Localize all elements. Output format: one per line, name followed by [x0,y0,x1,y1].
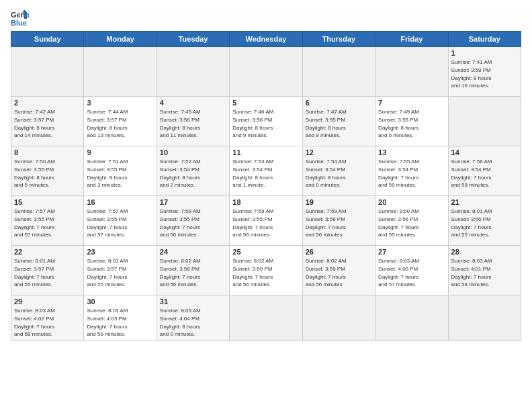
day-detail: Sunrise: 7:42 AMSunset: 3:57 PMDaylight:… [14,109,55,138]
day-number: 2 [14,99,81,107]
day-cell: 30Sunrise: 8:03 AMSunset: 4:03 PMDayligh… [84,295,157,341]
logo: General Blue [11,8,32,27]
col-header-sunday: Sunday [11,32,84,47]
day-number: 20 [378,198,445,206]
header-row: SundayMondayTuesdayWednesdayThursdayFrid… [11,32,521,47]
col-header-saturday: Saturday [448,32,521,47]
day-cell [448,97,521,146]
day-number: 26 [306,248,372,256]
calendar-table: SundayMondayTuesdayWednesdayThursdayFrid… [11,31,521,341]
day-detail: Sunrise: 7:41 AMSunset: 3:58 PMDaylight:… [451,59,492,89]
day-number: 30 [87,298,153,306]
col-header-wednesday: Wednesday [230,32,302,47]
day-number: 28 [451,248,518,256]
day-detail: Sunrise: 8:02 AMSunset: 3:58 PMDaylight:… [160,258,201,287]
day-detail: Sunrise: 8:02 AMSunset: 3:59 PMDaylight:… [232,258,273,287]
day-number: 31 [160,298,226,306]
day-cell: 23Sunrise: 8:01 AMSunset: 3:57 PMDayligh… [84,246,157,295]
day-cell: 18Sunrise: 7:59 AMSunset: 3:55 PMDayligh… [230,196,302,246]
day-detail: Sunrise: 8:02 AMSunset: 3:59 PMDaylight:… [306,258,347,287]
week-row-3: 15Sunrise: 7:57 AMSunset: 3:55 PMDayligh… [11,196,521,246]
day-cell [230,295,302,341]
day-cell: 24Sunrise: 8:02 AMSunset: 3:58 PMDayligh… [157,246,229,295]
day-cell: 1Sunrise: 7:41 AMSunset: 3:58 PMDaylight… [448,47,521,97]
week-row-1: 2Sunrise: 7:42 AMSunset: 3:57 PMDaylight… [11,97,521,146]
day-number: 7 [378,99,445,107]
week-row-0: 1Sunrise: 7:41 AMSunset: 3:58 PMDaylight… [11,47,521,97]
day-cell [302,47,375,97]
day-cell: 9Sunrise: 7:51 AMSunset: 3:55 PMDaylight… [84,146,157,196]
day-detail: Sunrise: 8:01 AMSunset: 3:56 PMDaylight:… [451,208,492,238]
day-cell [375,47,448,97]
day-detail: Sunrise: 8:00 AMSunset: 3:56 PMDaylight:… [378,208,419,238]
day-detail: Sunrise: 8:03 AMSunset: 4:04 PMDaylight:… [160,308,201,337]
day-cell: 15Sunrise: 7:57 AMSunset: 3:55 PMDayligh… [11,196,84,246]
day-cell: 10Sunrise: 7:52 AMSunset: 3:54 PMDayligh… [157,146,229,196]
day-number: 12 [306,148,372,156]
day-number: 14 [451,148,518,156]
day-detail: Sunrise: 7:55 AMSunset: 3:54 PMDaylight:… [378,158,419,188]
col-header-friday: Friday [375,32,448,47]
day-cell [157,47,229,97]
logo-icon: General Blue [11,8,30,27]
day-detail: Sunrise: 7:53 AMSunset: 3:54 PMDaylight:… [232,158,273,188]
day-cell: 14Sunrise: 7:56 AMSunset: 3:54 PMDayligh… [448,146,521,196]
day-cell: 4Sunrise: 7:45 AMSunset: 3:56 PMDaylight… [157,97,229,146]
day-detail: Sunrise: 7:46 AMSunset: 3:56 PMDaylight:… [232,109,273,138]
day-cell: 26Sunrise: 8:02 AMSunset: 3:59 PMDayligh… [302,246,375,295]
day-cell [11,47,84,97]
day-number: 24 [160,248,226,256]
day-cell: 16Sunrise: 7:57 AMSunset: 3:55 PMDayligh… [84,196,157,246]
day-cell: 6Sunrise: 7:47 AMSunset: 3:55 PMDaylight… [302,97,375,146]
day-number: 8 [14,148,81,156]
day-cell: 12Sunrise: 7:54 AMSunset: 3:54 PMDayligh… [302,146,375,196]
day-cell: 8Sunrise: 7:50 AMSunset: 3:55 PMDaylight… [11,146,84,196]
day-number: 4 [160,99,226,107]
day-number: 11 [232,148,299,156]
day-number: 23 [87,248,153,256]
day-detail: Sunrise: 7:58 AMSunset: 3:55 PMDaylight:… [160,208,201,238]
day-detail: Sunrise: 8:03 AMSunset: 4:00 PMDaylight:… [378,258,419,287]
day-cell: 17Sunrise: 7:58 AMSunset: 3:55 PMDayligh… [157,196,229,246]
day-detail: Sunrise: 7:57 AMSunset: 3:55 PMDaylight:… [87,208,128,238]
day-cell: 19Sunrise: 7:59 AMSunset: 3:56 PMDayligh… [302,196,375,246]
day-number: 13 [378,148,445,156]
day-number: 25 [232,248,299,256]
day-number: 19 [306,198,372,206]
day-detail: Sunrise: 8:01 AMSunset: 3:57 PMDaylight:… [87,258,128,287]
day-cell: 29Sunrise: 8:03 AMSunset: 4:02 PMDayligh… [11,295,84,341]
day-detail: Sunrise: 7:44 AMSunset: 3:57 PMDaylight:… [87,109,128,138]
day-detail: Sunrise: 7:59 AMSunset: 3:55 PMDaylight:… [232,208,273,238]
svg-text:Blue: Blue [11,19,27,27]
day-number: 17 [160,198,226,206]
day-cell [448,295,521,341]
day-cell: 11Sunrise: 7:53 AMSunset: 3:54 PMDayligh… [230,146,302,196]
day-number: 5 [232,99,299,107]
day-number: 16 [87,198,153,206]
week-row-5: 29Sunrise: 8:03 AMSunset: 4:02 PMDayligh… [11,295,521,341]
col-header-tuesday: Tuesday [157,32,229,47]
day-detail: Sunrise: 8:03 AMSunset: 4:02 PMDaylight:… [14,308,55,337]
day-detail: Sunrise: 7:57 AMSunset: 3:55 PMDaylight:… [14,208,55,238]
day-cell: 22Sunrise: 8:01 AMSunset: 3:57 PMDayligh… [11,246,84,295]
day-cell: 20Sunrise: 8:00 AMSunset: 3:56 PMDayligh… [375,196,448,246]
day-number: 22 [14,248,81,256]
day-cell: 13Sunrise: 7:55 AMSunset: 3:54 PMDayligh… [375,146,448,196]
day-cell: 31Sunrise: 8:03 AMSunset: 4:04 PMDayligh… [157,295,229,341]
day-number: 29 [14,298,81,306]
day-cell: 28Sunrise: 8:03 AMSunset: 4:01 PMDayligh… [448,246,521,295]
day-detail: Sunrise: 7:47 AMSunset: 3:55 PMDaylight:… [306,109,347,138]
day-number: 3 [87,99,153,107]
day-number: 18 [232,198,299,206]
day-detail: Sunrise: 7:45 AMSunset: 3:56 PMDaylight:… [160,109,201,138]
day-cell: 27Sunrise: 8:03 AMSunset: 4:00 PMDayligh… [375,246,448,295]
header: General Blue [11,8,521,27]
calendar-page: General Blue SundayMondayTuesdayWednesda… [0,0,532,411]
col-header-thursday: Thursday [302,32,375,47]
day-detail: Sunrise: 7:50 AMSunset: 3:55 PMDaylight:… [14,158,55,188]
day-detail: Sunrise: 7:54 AMSunset: 3:54 PMDaylight:… [306,158,347,188]
day-number: 6 [306,99,372,107]
day-cell [230,47,302,97]
day-cell: 25Sunrise: 8:02 AMSunset: 3:59 PMDayligh… [230,246,302,295]
day-cell [302,295,375,341]
